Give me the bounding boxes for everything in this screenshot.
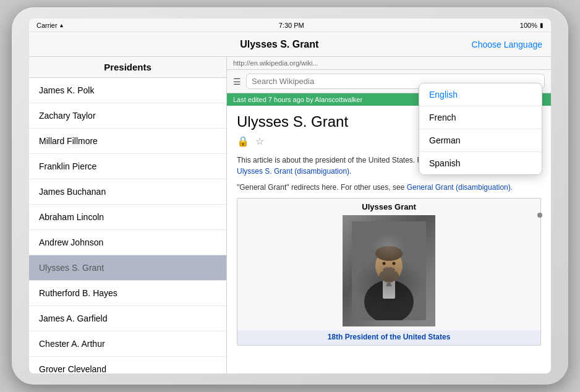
status-right: 100% ▮ bbox=[520, 22, 544, 29]
language-option-french[interactable]: French bbox=[419, 106, 542, 129]
sidebar-item-abraham-lincoln[interactable]: Abraham Lincoln bbox=[29, 205, 226, 230]
ipad-frame: Carrier ▴ 7:30 PM 100% ▮ Ulysses S. Gran… bbox=[12, 7, 568, 385]
status-left: Carrier ▴ bbox=[36, 22, 63, 29]
language-option-german[interactable]: German bbox=[419, 129, 542, 152]
content-panel: http://en.wikipedia.org/wiki... ☰ Last e… bbox=[227, 57, 551, 373]
language-option-spanish[interactable]: Spanish bbox=[419, 152, 542, 174]
svg-rect-4 bbox=[385, 274, 393, 283]
svg-marker-3 bbox=[386, 280, 392, 286]
sidebar: Presidents James K. Polk Zachary Taylor … bbox=[29, 57, 227, 373]
svg-point-7 bbox=[379, 270, 399, 282]
article-image-box: Ulysses Grant bbox=[237, 198, 541, 346]
image-caption-bottom: 18th President of the United States bbox=[237, 330, 540, 345]
status-bar: Carrier ▴ 7:30 PM 100% ▮ bbox=[29, 19, 551, 32]
svg-point-10 bbox=[383, 267, 395, 272]
image-caption-title: Ulysses Grant bbox=[237, 198, 540, 215]
disambiguation-link-2[interactable]: General Grant (disambiguation). bbox=[407, 183, 513, 192]
sidebar-item-james-k-polk[interactable]: James K. Polk bbox=[29, 78, 226, 103]
lock-icon[interactable]: 🔒 bbox=[237, 135, 249, 147]
ipad-screen: Carrier ▴ 7:30 PM 100% ▮ Ulysses S. Gran… bbox=[29, 19, 551, 373]
article-text-2: "General Grant" redirects here. For othe… bbox=[237, 182, 541, 193]
choose-language-button[interactable]: Choose Language bbox=[472, 40, 542, 49]
svg-point-8 bbox=[383, 262, 386, 265]
battery-icon: ▮ bbox=[540, 22, 544, 28]
sidebar-item-rutherford-hayes[interactable]: Rutherford B. Hayes bbox=[29, 281, 226, 306]
president-image bbox=[343, 215, 435, 326]
sidebar-item-franklin-pierce[interactable]: Franklin Pierce bbox=[29, 154, 226, 179]
url-bar: http://en.wikipedia.org/wiki... bbox=[227, 57, 551, 70]
nav-title: Ulysses S. Grant bbox=[87, 39, 472, 50]
svg-rect-0 bbox=[352, 221, 426, 320]
status-time: 7:30 PM bbox=[279, 22, 304, 29]
svg-point-1 bbox=[364, 280, 414, 320]
home-button-dot bbox=[537, 213, 542, 218]
president-portrait-svg bbox=[352, 221, 426, 320]
svg-point-9 bbox=[393, 262, 396, 265]
sidebar-item-ulysses-grant[interactable]: Ulysses S. Grant bbox=[29, 255, 226, 281]
sidebar-item-andrew-johnson[interactable]: Andrew Johnson bbox=[29, 230, 226, 255]
battery-percent: 100% bbox=[520, 22, 537, 29]
disambiguation-link-1[interactable]: Ulysses S. Grant (disambiguation). bbox=[237, 167, 351, 176]
language-option-english[interactable]: English bbox=[419, 83, 542, 106]
main-area: Presidents James K. Polk Zachary Taylor … bbox=[29, 57, 551, 373]
sidebar-header: Presidents bbox=[29, 57, 226, 78]
sidebar-item-millard-fillmore[interactable]: Millard Fillmore bbox=[29, 129, 226, 154]
svg-point-5 bbox=[375, 250, 403, 281]
sidebar-item-zachary-taylor[interactable]: Zachary Taylor bbox=[29, 103, 226, 129]
svg-point-6 bbox=[375, 246, 403, 261]
language-dropdown: English French German Spanish bbox=[419, 83, 542, 175]
wifi-icon: ▴ bbox=[60, 22, 63, 28]
svg-rect-2 bbox=[383, 280, 395, 299]
sidebar-item-james-garfield[interactable]: James A. Garfield bbox=[29, 306, 226, 331]
carrier-label: Carrier bbox=[36, 22, 58, 29]
star-icon[interactable]: ☆ bbox=[255, 135, 264, 147]
sidebar-item-grover-cleveland-1[interactable]: Grover Cleveland bbox=[29, 357, 226, 373]
sidebar-item-james-buchanan[interactable]: James Buchanan bbox=[29, 179, 226, 205]
sidebar-item-chester-arthur[interactable]: Chester A. Arthur bbox=[29, 331, 226, 357]
hamburger-icon[interactable]: ☰ bbox=[233, 77, 241, 87]
nav-bar: Ulysses S. Grant Choose Language bbox=[29, 32, 551, 57]
